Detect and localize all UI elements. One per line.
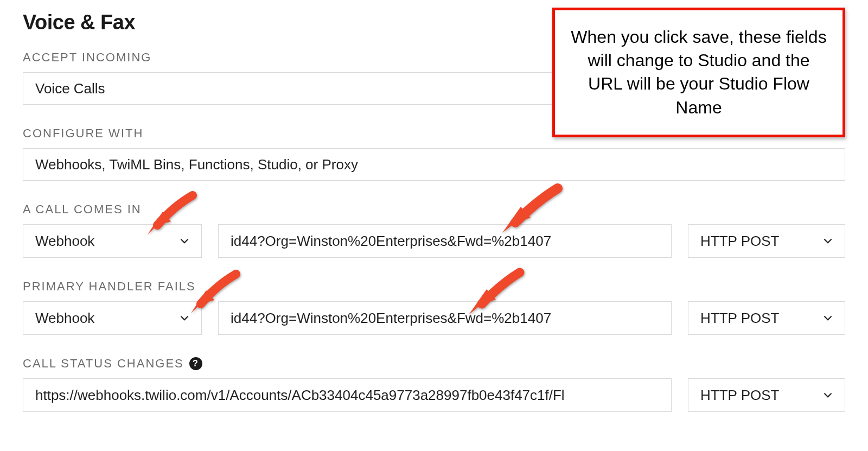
help-icon[interactable]: ? (189, 357, 202, 370)
chevron-down-icon (177, 311, 192, 325)
accept-incoming-value: Voice Calls (35, 80, 105, 97)
chevron-down-icon (821, 234, 835, 248)
primary-handler-type-select[interactable]: Webhook (23, 301, 202, 335)
chevron-down-icon (821, 311, 835, 325)
call-comes-in-method-value: HTTP POST (700, 233, 779, 250)
annotation-callout: When you click save, these fields will c… (552, 8, 845, 137)
primary-handler-method-select[interactable]: HTTP POST (688, 301, 845, 335)
configure-with-value: Webhooks, TwiML Bins, Functions, Studio,… (35, 156, 358, 173)
call-status-changes-label-text: CALL STATUS CHANGES (23, 357, 184, 371)
call-status-method-value: HTTP POST (700, 387, 779, 404)
primary-handler-type-value: Webhook (35, 310, 94, 327)
call-comes-in-label: A CALL COMES IN (23, 202, 845, 217)
chevron-down-icon (821, 388, 835, 402)
primary-handler-url-input[interactable] (218, 301, 672, 335)
chevron-down-icon (177, 234, 192, 248)
primary-handler-method-value: HTTP POST (700, 310, 779, 327)
configure-with-select[interactable]: Webhooks, TwiML Bins, Functions, Studio,… (23, 148, 845, 181)
call-comes-in-method-select[interactable]: HTTP POST (688, 224, 845, 258)
call-status-url-input[interactable] (23, 378, 672, 412)
call-comes-in-url-input[interactable] (218, 224, 672, 258)
call-comes-in-type-value: Webhook (35, 233, 94, 250)
call-status-method-select[interactable]: HTTP POST (688, 378, 845, 412)
call-comes-in-type-select[interactable]: Webhook (23, 224, 202, 258)
primary-handler-fails-label: PRIMARY HANDLER FAILS (23, 280, 845, 294)
call-status-changes-label: CALL STATUS CHANGES ? (23, 357, 845, 371)
